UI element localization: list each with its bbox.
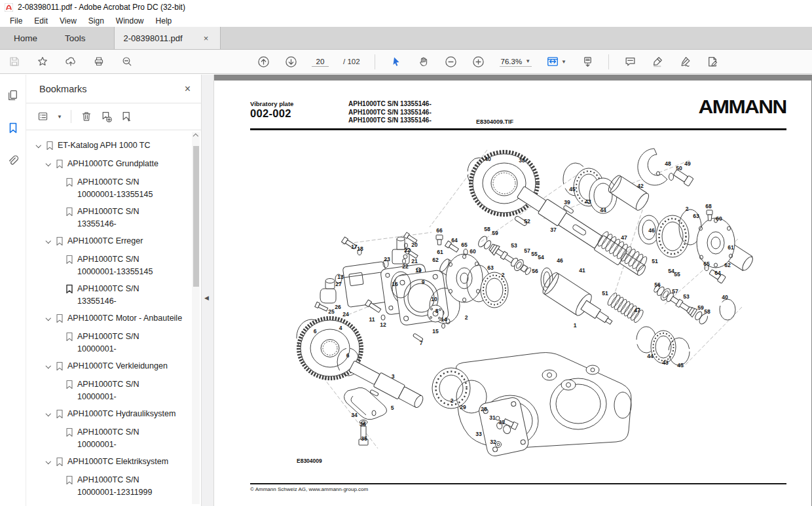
bookmark-item[interactable]: APH1000TC Motor - Anbauteile — [26, 310, 191, 328]
hand-tool-icon[interactable] — [417, 55, 430, 68]
next-page-icon[interactable] — [284, 55, 297, 68]
previous-page-icon[interactable] — [257, 55, 270, 68]
chevron-down-icon[interactable] — [46, 360, 56, 368]
page-scrolling-icon[interactable] — [581, 55, 594, 68]
attachments-icon[interactable] — [7, 154, 19, 170]
star-icon[interactable] — [36, 55, 49, 68]
bookmark-item-label: APH1000TC Erreger — [67, 235, 143, 247]
bookmark-item[interactable]: APH1000TC S/N 10000001-13355145 — [26, 173, 191, 203]
chevron-spacer — [56, 426, 65, 427]
part-number: 7 — [420, 340, 423, 346]
part-number: 39 — [564, 200, 570, 206]
chevron-down-icon[interactable] — [46, 235, 56, 243]
edit-page-icon[interactable] — [706, 55, 719, 68]
bookmark-item[interactable]: APH1000TC S/N 10000001- — [26, 376, 191, 405]
bookmark-item[interactable]: APH1000TC S/N 13355146- — [26, 203, 191, 232]
bookmark-ribbon-icon — [65, 378, 77, 392]
bookmarks-panel-header: Bookmarks × — [26, 75, 201, 103]
tab-close-icon[interactable]: × — [201, 33, 212, 44]
tab-home[interactable]: Home — [0, 27, 51, 49]
zoom-in-icon[interactable] — [472, 55, 485, 68]
part-number: 65 — [461, 242, 467, 248]
page-thumbnails-icon[interactable] — [7, 89, 19, 104]
scroll-up-icon[interactable] — [193, 134, 198, 139]
fill-sign-icon[interactable] — [678, 55, 692, 68]
chevron-spacer — [56, 331, 65, 331]
bookmark-item[interactable]: APH1000TC S/N 13355146- — [26, 280, 191, 310]
chevron-down-icon[interactable]: ▼ — [57, 114, 62, 120]
scrollbar-thumb[interactable] — [193, 146, 199, 287]
close-icon[interactable]: × — [185, 83, 191, 95]
search-icon[interactable] — [120, 55, 134, 68]
part-number: 32 — [490, 439, 496, 445]
bookmark-item-label: APH1000TC Hydrauliksystem — [67, 408, 175, 420]
tab-document[interactable]: 2-08398011.pdf × — [114, 27, 221, 49]
part-number: 33 — [475, 431, 481, 437]
part-number: 43 — [662, 360, 668, 366]
bookmark-item[interactable]: APH1000TC Erreger — [26, 232, 191, 251]
toolbar-divider — [71, 110, 71, 123]
bookmark-ribbon-icon — [65, 283, 77, 297]
bookmark-item[interactable]: APH1000TC Elektriksystem — [26, 453, 191, 471]
chevron-down-icon[interactable] — [46, 158, 56, 166]
expand-current-bookmark-icon[interactable] — [120, 110, 134, 123]
bookmarks-panel-icon[interactable] — [7, 122, 19, 137]
chevron-down-icon[interactable] — [46, 312, 56, 320]
bookmark-ribbon-icon — [56, 312, 67, 326]
share-cloud-icon[interactable] — [64, 55, 77, 68]
bookmark-ribbon-icon — [56, 456, 67, 469]
comment-icon[interactable] — [623, 55, 637, 68]
page-number-input[interactable]: 20 — [312, 57, 329, 67]
document-area[interactable]: Vibratory plate 002-002 APH1000TC S/N 13… — [214, 75, 812, 506]
menu-sign[interactable]: Sign — [83, 16, 110, 26]
bookmark-item[interactable]: APH1000TC S/N 10000001-13355145 — [26, 251, 191, 280]
collapse-panel-icon[interactable]: ◀ — [204, 295, 209, 301]
bookmark-item[interactable]: APH1000TC Hydrauliksystem — [26, 405, 191, 424]
part-number: 66 — [436, 228, 442, 234]
save-icon[interactable] — [8, 55, 21, 68]
menu-help[interactable]: Help — [150, 16, 178, 26]
part-number: 6 — [346, 353, 350, 359]
part-number: 2 — [465, 315, 468, 321]
menu-window[interactable]: Window — [110, 16, 150, 26]
part-number: 46 — [557, 258, 563, 264]
menu-edit[interactable]: Edit — [28, 16, 54, 26]
part-number: 29 — [460, 405, 466, 410]
fit-width-dropdown[interactable]: ▼ — [546, 55, 566, 68]
pdf-page: Vibratory plate 002-002 APH1000TC S/N 13… — [214, 81, 811, 506]
highlight-icon[interactable] — [651, 55, 664, 68]
part-number: 22 — [402, 264, 408, 270]
bookmark-item[interactable]: APH1000TC Verkleidungen — [26, 357, 191, 376]
part-number: 2 — [451, 398, 454, 404]
print-icon[interactable] — [92, 55, 105, 68]
zoom-out-icon[interactable] — [445, 55, 458, 68]
tab-tools[interactable]: Tools — [51, 27, 100, 49]
chevron-down-icon[interactable] — [36, 139, 46, 147]
select-tool-icon[interactable] — [390, 55, 403, 68]
bookmarks-panel: Bookmarks × ▼ ET-Katalog APH 1000 TCAPH1… — [26, 75, 202, 506]
window-title: 2-08398011.pdf - Adobe Acrobat Pro DC (3… — [18, 3, 185, 12]
bookmark-options-icon[interactable] — [37, 110, 50, 123]
chevron-down-icon[interactable] — [46, 408, 56, 416]
chevron-down-icon[interactable] — [46, 456, 56, 463]
bookmark-item[interactable]: APH1000TC S/N 10000001- — [26, 328, 191, 357]
bookmark-item[interactable]: ET-Katalog APH 1000 TC — [26, 137, 191, 155]
zoom-level-dropdown[interactable]: 76.3% ▼ — [500, 57, 532, 67]
bookmark-item[interactable]: APH1000TC S/N 10000001- — [26, 424, 191, 453]
part-number: 60 — [470, 249, 475, 255]
bookmark-item[interactable]: APH1000TC Grundplatte — [26, 155, 191, 173]
part-number: 44 — [647, 353, 653, 359]
part-number: 42 — [637, 183, 643, 189]
part-number: 51 — [602, 291, 608, 297]
bookmark-item[interactable]: APH1000TC S/N 10000001-12311999 — [26, 471, 191, 501]
delete-bookmark-icon[interactable] — [80, 110, 93, 123]
part-number: 59 — [697, 305, 703, 311]
bookmarks-scrollbar[interactable] — [192, 132, 200, 504]
footer-rule — [250, 483, 786, 484]
menu-file[interactable]: File — [4, 16, 28, 26]
add-bookmark-icon[interactable] — [100, 110, 113, 123]
chevron-spacer — [56, 283, 65, 283]
chevron-spacer — [56, 206, 65, 206]
bookmark-ribbon-icon — [56, 235, 67, 249]
menu-view[interactable]: View — [54, 16, 83, 26]
